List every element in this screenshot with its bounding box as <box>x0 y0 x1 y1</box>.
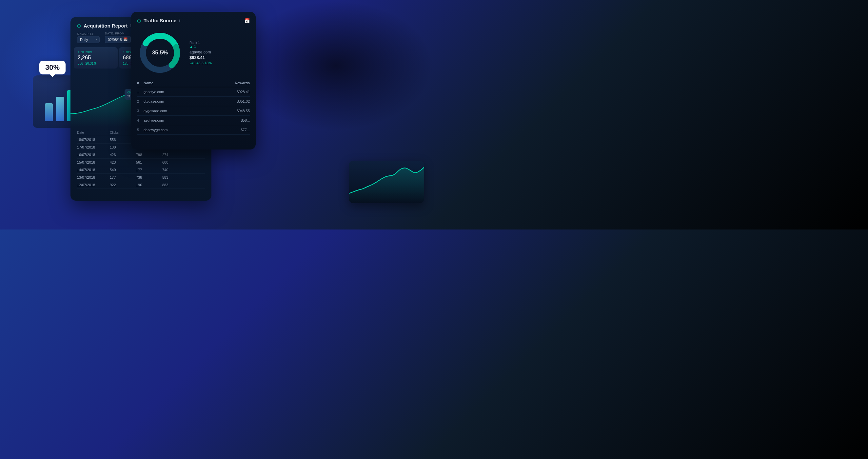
traffic-share-icon: ⬡ <box>137 18 141 23</box>
stat-clicks-sub: 386 20.31% <box>78 62 114 65</box>
group-by-label: Group by <box>77 32 100 35</box>
bar-1 <box>45 103 53 121</box>
traffic-row-num: 4 <box>137 118 144 122</box>
top-amount: $928.41 <box>189 55 250 60</box>
traffic-row-reward: $948.55 <box>217 109 250 113</box>
percent-value: 30% <box>45 63 60 71</box>
mini-chart-svg <box>349 161 424 203</box>
traffic-row-domain: dasdwyge.com <box>144 128 217 132</box>
bar-2 <box>56 97 64 121</box>
traffic-header: ⬡ Traffic Source ℹ 📅 <box>131 12 256 27</box>
traffic-rows: 1 gasdtye.com $928.41 2 dtygase.com $351… <box>137 87 250 135</box>
traffic-row-domain: gasdtye.com <box>144 90 217 94</box>
traffic-row-num: 2 <box>137 99 144 103</box>
stat-clicks-arrow: ↑ <box>78 51 79 54</box>
filter-group-select-wrap[interactable]: Daily Weekly Monthly <box>77 36 100 43</box>
cell-date: 13/07/2018 <box>77 175 110 179</box>
cell-extra: 583 <box>162 175 182 179</box>
cell-registrations: 561 <box>136 160 162 164</box>
bg-blob-dark <box>237 0 434 131</box>
table-row: 13/07/2018 177 738 583 <box>77 174 205 181</box>
traffic-col-rewards: Rewards <box>217 81 250 85</box>
cell-clicks: 922 <box>110 183 136 187</box>
share-icon: ⬡ <box>77 23 81 29</box>
cell-date: 18/07/2018 <box>77 138 110 142</box>
top-sub: 249.43 3.18% <box>189 61 250 65</box>
date-from-label: Date: From <box>105 32 131 35</box>
rank-badge: ▲ 1 <box>189 44 250 49</box>
col-date: Date <box>77 131 110 134</box>
donut-center-text: 35.5% <box>152 50 168 56</box>
donut-rank-label: Rank 1 ▲ 1 <box>189 41 250 49</box>
traffic-table-header: # Name Rewards <box>137 79 250 87</box>
traffic-row-num: 3 <box>137 109 144 113</box>
traffic-table-row: 4 asdfyge.com $58... <box>137 116 250 125</box>
table-row: 12/07/2018 922 196 883 <box>77 181 205 189</box>
traffic-table-row: 1 gasdtye.com $928.41 <box>137 87 250 97</box>
traffic-card: ⬡ Traffic Source ℹ 📅 35.5% Rank 1 ▲ <box>131 12 256 150</box>
calendar-from-icon: 📅 <box>123 37 128 42</box>
cell-extra: 600 <box>162 160 182 164</box>
table-row: 16/07/2018 426 798 274 <box>77 151 205 159</box>
acq-title: Acquisition Report <box>84 23 127 29</box>
table-row: 14/07/2018 540 177 740 <box>77 166 205 174</box>
stat-clicks-label: ↑ Clicks <box>78 51 114 54</box>
traffic-title-row: ⬡ Traffic Source ℹ <box>137 18 181 23</box>
traffic-row-domain: dtygase.com <box>144 99 217 103</box>
top-domain: agayge.com <box>189 50 250 54</box>
filter-date-from: Date: From 02/08/18 📅 <box>105 32 131 43</box>
stat-reg-arrow: ↑ <box>123 51 125 54</box>
cell-date: 12/07/2018 <box>77 183 110 187</box>
cell-registrations: 196 <box>136 183 162 187</box>
cell-registrations: 177 <box>136 168 162 172</box>
cell-extra: 740 <box>162 168 182 172</box>
traffic-row-num: 5 <box>137 128 144 132</box>
traffic-row-domain: aygasaqe.com <box>144 109 217 113</box>
cell-registrations: 798 <box>136 153 162 157</box>
donut-chart: 35.5% <box>137 30 183 76</box>
filter-group-by: Group by Daily Weekly Monthly <box>77 32 100 43</box>
traffic-col-num: # <box>137 81 144 85</box>
traffic-row-reward: $928.41 <box>217 90 250 94</box>
traffic-title: Traffic Source <box>144 18 176 23</box>
table-row: 15/07/2018 423 561 600 <box>77 159 205 166</box>
traffic-table-row: 3 aygasaqe.com $948.55 <box>137 106 250 116</box>
traffic-info-icon: ℹ <box>179 18 181 23</box>
stat-clicks-value: 2,265 <box>78 55 114 61</box>
traffic-row-num: 1 <box>137 90 144 94</box>
cell-date: 15/07/2018 <box>77 160 110 164</box>
cell-date: 14/07/2018 <box>77 168 110 172</box>
traffic-row-reward: $351.02 <box>217 99 250 103</box>
cell-date: 16/07/2018 <box>77 153 110 157</box>
traffic-calendar-icon[interactable]: 📅 <box>244 18 250 23</box>
donut-info: Rank 1 ▲ 1 agayge.com $928.41 249.43 3.1… <box>189 41 250 65</box>
traffic-col-name: Name <box>144 81 217 85</box>
traffic-row-domain: asdfyge.com <box>144 118 217 122</box>
mini-chart-widget <box>349 161 424 203</box>
cell-registrations: 738 <box>136 175 162 179</box>
traffic-row-reward: $58... <box>217 118 250 122</box>
traffic-row-reward: $77... <box>217 128 250 132</box>
cell-clicks: 177 <box>110 175 136 179</box>
donut-section: 35.5% Rank 1 ▲ 1 agayge.com $928.41 249.… <box>131 27 256 79</box>
traffic-table-row: 5 dasdwyge.com $77... <box>137 125 250 135</box>
cell-clicks: 426 <box>110 153 136 157</box>
filter-group-select[interactable]: Daily Weekly Monthly <box>77 36 100 43</box>
cell-clicks: 540 <box>110 168 136 172</box>
cell-extra: 883 <box>162 183 182 187</box>
cell-date: 17/07/2018 <box>77 145 110 149</box>
cell-clicks: 423 <box>110 160 136 164</box>
date-from-value[interactable]: 02/08/18 📅 <box>105 36 131 43</box>
traffic-table: # Name Rewards 1 gasdtye.com $928.41 2 d… <box>131 79 256 135</box>
percent-tooltip: 30% <box>39 61 66 74</box>
stat-clicks: ↑ Clicks 2,265 386 20.31% <box>74 47 118 68</box>
cell-extra: 274 <box>162 153 182 157</box>
traffic-table-row: 2 dtygase.com $351.02 <box>137 97 250 106</box>
